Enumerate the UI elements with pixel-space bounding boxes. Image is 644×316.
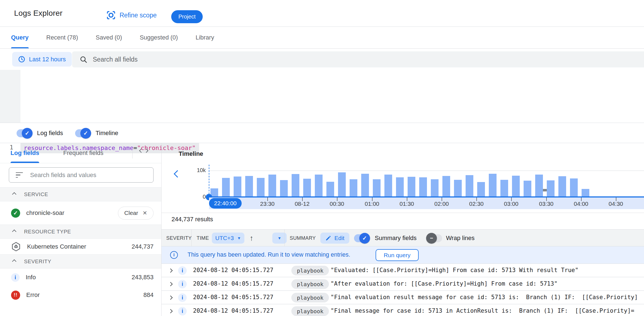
fields-tab-frequent-fields[interactable]: Frequent fields bbox=[63, 143, 104, 163]
timeline-bar[interactable] bbox=[338, 172, 346, 197]
expand-chevron-icon[interactable] bbox=[168, 268, 173, 273]
log-label-chip[interactable]: playbook bbox=[291, 306, 329, 316]
timeline-bar[interactable] bbox=[292, 174, 299, 197]
x-axis-label: 04:00 bbox=[562, 201, 600, 207]
log-timestamp: 2024-08-12 04:05:15.727 bbox=[193, 307, 273, 314]
timeline-bar[interactable] bbox=[396, 177, 404, 197]
toolbar-divider bbox=[284, 230, 285, 247]
timeline-bar[interactable] bbox=[500, 180, 508, 197]
timeline-bar[interactable] bbox=[222, 178, 230, 197]
timeline-bar[interactable] bbox=[431, 179, 439, 197]
wrap-lines-toggle[interactable]: − bbox=[427, 234, 442, 242]
active-tab-underline bbox=[11, 47, 29, 48]
fields-search-input[interactable] bbox=[30, 172, 153, 179]
section-header-service[interactable]: SERVICE bbox=[0, 187, 161, 201]
log-fields-toggle[interactable]: ✓ bbox=[17, 129, 31, 137]
tab-suggested-0[interactable]: Suggested (0) bbox=[140, 27, 178, 48]
timeline-bar[interactable] bbox=[512, 176, 520, 197]
query-updated-banner: i This query has been updated. Run it to… bbox=[162, 246, 644, 264]
timeline-bar[interactable] bbox=[454, 180, 462, 197]
log-severity-icon: i bbox=[178, 293, 187, 302]
expand-chevron-icon[interactable] bbox=[168, 296, 173, 300]
timeline-bar[interactable] bbox=[489, 174, 497, 197]
run-query-button[interactable]: Run query bbox=[376, 249, 419, 261]
sort-ascending-icon[interactable]: ↑ bbox=[250, 234, 254, 243]
timeline-bar[interactable] bbox=[558, 176, 566, 197]
refine-scope-icon bbox=[106, 10, 116, 20]
log-severity-icon: i bbox=[178, 266, 187, 275]
log-entry-row[interactable]: i2024-08-12 04:05:15.727playbook"After e… bbox=[162, 277, 644, 291]
timeline-bar[interactable] bbox=[245, 176, 253, 197]
timeline-bar[interactable] bbox=[268, 175, 276, 197]
timeline-bar[interactable] bbox=[570, 178, 578, 197]
tab-query[interactable]: Query bbox=[11, 27, 29, 48]
timeline-bar[interactable] bbox=[326, 182, 334, 197]
tab-saved-0[interactable]: Saved (0) bbox=[96, 27, 122, 48]
timeline-bar[interactable] bbox=[547, 180, 555, 197]
timeline-bar[interactable] bbox=[384, 175, 392, 197]
y-axis-min-label: 0 bbox=[189, 194, 206, 200]
timeline-bar[interactable] bbox=[234, 177, 241, 197]
logs-explorer-app: Logs Explorer Refine scope Project Query… bbox=[0, 0, 644, 316]
section-header-resource-type[interactable]: RESOURCE TYPE bbox=[0, 225, 161, 239]
field-value-row[interactable]: iInfo243,853 bbox=[0, 268, 161, 286]
log-label-chip[interactable]: playbook bbox=[291, 279, 329, 289]
timeline-bar[interactable] bbox=[477, 182, 485, 197]
timeline-chart[interactable] bbox=[209, 170, 644, 197]
timeline-axis-band[interactable]: 22:40:00 23:3008-1200:3001:0001:3002:000… bbox=[209, 197, 644, 209]
timeline-bar[interactable] bbox=[303, 179, 311, 197]
search-all-fields-input[interactable] bbox=[93, 56, 644, 63]
section-title: RESOURCE TYPE bbox=[24, 229, 71, 235]
log-entry-row[interactable]: i2024-08-12 04:05:15.727playbook"Final e… bbox=[162, 291, 644, 304]
field-value-label: Info bbox=[26, 274, 36, 281]
timeline-bar[interactable] bbox=[361, 174, 369, 197]
error-severity-icon: !! bbox=[11, 291, 20, 300]
timeline-bar[interactable] bbox=[408, 177, 415, 197]
fields-tab-log-fields[interactable]: Log fields bbox=[10, 143, 39, 163]
log-label-chip[interactable]: playbook bbox=[291, 266, 329, 275]
timeline-bar[interactable] bbox=[280, 180, 288, 197]
log-entry-row[interactable]: i2024-08-12 04:05:15.727playbook"Evaluat… bbox=[162, 264, 644, 277]
timeline-toggle[interactable]: ✓ bbox=[75, 129, 90, 137]
timeline-bar[interactable] bbox=[466, 175, 473, 197]
clear-label: Clear bbox=[124, 210, 138, 216]
time-range-button[interactable]: Last 12 hours bbox=[12, 52, 72, 67]
timeline-pan-left-button[interactable] bbox=[174, 170, 181, 178]
log-entry-row[interactable]: i2024-08-12 04:05:15.727playbook"Final m… bbox=[162, 304, 644, 316]
timeline-bar[interactable] bbox=[315, 175, 323, 197]
main-tabbar: QueryRecent (78)Saved (0)Suggested (0)Li… bbox=[0, 27, 644, 49]
timeline-bar[interactable] bbox=[582, 189, 589, 197]
edit-summary-button[interactable]: Edit bbox=[320, 233, 349, 244]
refine-scope-button[interactable]: Refine scope bbox=[106, 10, 157, 20]
summary-fields-toggle[interactable]: ✓ bbox=[354, 234, 369, 242]
timeline-bar[interactable] bbox=[419, 177, 427, 197]
edit-label: Edit bbox=[334, 235, 344, 241]
expand-chevron-icon[interactable] bbox=[168, 282, 173, 286]
field-value-count: 243,853 bbox=[131, 274, 154, 281]
log-label-chip[interactable]: playbook bbox=[291, 293, 329, 302]
clear-filter-button[interactable]: Clear✕ bbox=[118, 207, 154, 220]
tab-recent-78[interactable]: Recent (78) bbox=[46, 27, 78, 48]
timeline-bar[interactable] bbox=[350, 179, 357, 197]
timeline-bar[interactable] bbox=[257, 178, 265, 197]
scope-badge[interactable]: Project bbox=[171, 10, 203, 23]
field-value-row[interactable]: ✓chronicle-soarClear✕ bbox=[0, 201, 161, 225]
query-editor[interactable]: 1 resource.labels.namespace_name="chroni… bbox=[0, 70, 644, 123]
timeline-bar[interactable] bbox=[373, 179, 381, 197]
log-message: "Evaluated: [[Case.Priority]=High] From … bbox=[331, 267, 644, 273]
x-axis-label: 01:00 bbox=[353, 201, 391, 207]
app-header: Logs Explorer Refine scope Project bbox=[0, 0, 644, 27]
timezone-selector[interactable]: UTC+3▼ bbox=[212, 233, 244, 244]
timeline-bar[interactable] bbox=[524, 181, 531, 197]
check-circle-icon: ✓ bbox=[11, 209, 20, 218]
section-header-severity[interactable]: SEVERITY bbox=[0, 254, 161, 268]
expand-chevron-icon[interactable] bbox=[168, 309, 173, 314]
panel-collapse-button[interactable] bbox=[140, 149, 148, 152]
fields-sections: SERVICE✓chronicle-soarClear✕RESOURCE TYP… bbox=[0, 187, 161, 304]
timeline-bar[interactable] bbox=[442, 176, 450, 197]
field-value-row[interactable]: Kubernetes Container244,737 bbox=[0, 239, 161, 254]
log-timestamp: 2024-08-12 04:05:15.727 bbox=[193, 280, 273, 287]
field-value-row[interactable]: !!Error884 bbox=[0, 286, 161, 304]
tab-library[interactable]: Library bbox=[196, 27, 214, 48]
timeline-bar[interactable] bbox=[535, 175, 543, 197]
